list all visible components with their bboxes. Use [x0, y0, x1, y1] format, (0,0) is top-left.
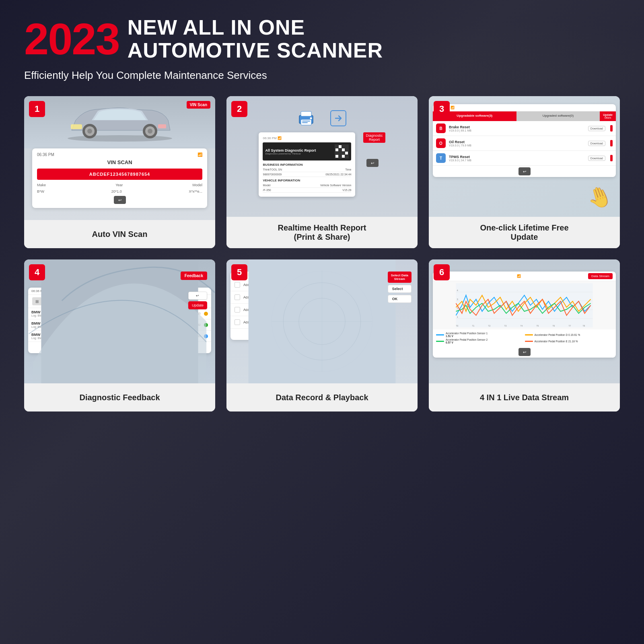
- update-item-tpms: T TPMS Reset V19.9.0 | 34.7 MB Download: [433, 151, 616, 166]
- brake-download-button[interactable]: Download: [588, 126, 605, 131]
- panel-3-screen: 3 02:11 AM 📶 Upgradable software(3) Upgr…: [429, 96, 620, 217]
- svg-rect-8: [158, 124, 166, 128]
- tpms-info: TPMS Reset V19.9.0 | 34.7 MB: [449, 155, 585, 162]
- legend-label-2: Accelerator Pedal Position D 0.19.61 %: [535, 333, 580, 336]
- tool-sn-label: ThinkTOOL SN: [263, 168, 282, 171]
- vehicle-vsw-val: V15.29: [342, 189, 351, 191]
- svg-point-3: [87, 129, 92, 134]
- vin-values-row: B*W 20*1.0 X*x**e...: [37, 189, 202, 193]
- download-indicator-2: [610, 140, 613, 146]
- report-back-button[interactable]: ↩: [366, 159, 379, 167]
- report-document: 06:36 PM 📶 All System Diagnostic Report …: [259, 132, 355, 197]
- tab-upgraded[interactable]: Upgraded software(0): [516, 111, 600, 121]
- printer-icon: [296, 108, 316, 128]
- vehicle-labels-row: Model Vehicle Software Version: [263, 183, 351, 188]
- header: 2023 NEW ALL IN ONE AUTOMOTIVE SCANNER: [24, 16, 620, 62]
- title-line2: AUTOMOTIVE SCANNER: [128, 39, 383, 62]
- year-text: 2023: [24, 17, 119, 61]
- panel-5-number: 5: [231, 264, 247, 280]
- stream-back-button[interactable]: ↩: [518, 348, 531, 356]
- download-indicator-1: [610, 125, 613, 132]
- qr-code: [335, 144, 349, 158]
- legend-item-1: Accelerator Pedal Position Sensor 1 1.51…: [436, 332, 524, 337]
- panel-1-screen: 1: [24, 96, 215, 220]
- panel-5-screen: 5 Select Data Stream Select OK: [226, 259, 418, 383]
- vehicle-info-title: VEHICLE INFORMATION: [263, 179, 351, 182]
- panel-6: 6 06:36 PM 📶 Data Stream: [429, 259, 620, 412]
- panel-5: 5 Select Data Stream Select OK: [226, 259, 418, 412]
- svg-text:T1: T1: [472, 325, 475, 327]
- feedback-btn-update[interactable]: Update: [188, 301, 207, 309]
- panel-2-screen: 2: [226, 96, 418, 217]
- oil-download-button[interactable]: Download: [588, 141, 605, 146]
- panel-4-screen: 4 Feedback ↩ Update 0: [24, 259, 215, 383]
- panel-3: 3 02:11 AM 📶 Upgradable software(3) Upgr…: [429, 96, 620, 248]
- panel-2-label: Realtime Health Report(Print & Share): [226, 217, 418, 248]
- title-block: NEW ALL IN ONE AUTOMOTIVE SCANNER: [128, 16, 383, 62]
- oil-version: V19.0.0 | 79.9 MB: [449, 144, 585, 147]
- feedback-side-buttons: ↩ Update: [188, 292, 207, 309]
- update-ui: 02:11 AM 📶 Upgradable software(3) Upgrad…: [433, 104, 616, 177]
- panel-2-number: 2: [231, 101, 247, 117]
- panel-3-number: 3: [434, 101, 450, 117]
- hand-pointer-icon: 🤚: [584, 182, 615, 213]
- legend-color-3: [436, 341, 444, 342]
- vin-back-button[interactable]: ↩: [114, 196, 126, 204]
- oil-icon: O: [436, 138, 446, 148]
- report-phone-time: 06:36 PM: [263, 136, 276, 140]
- panel-4: 4 Feedback ↩ Update 0: [24, 259, 215, 412]
- vin-info-row: Make Year Model: [37, 183, 202, 187]
- diag-report-badge: Diagnostic Report: [363, 132, 385, 143]
- svg-text:T2: T2: [488, 325, 491, 327]
- report-powered-by: Diagnostics powered by Thinkcar: [265, 152, 316, 155]
- vehicle-model-label: Model: [263, 184, 270, 187]
- vin-scan-badge: VIN Scan: [187, 101, 210, 109]
- stream-chart: 4 3 2 1 T0 T1 T2 T3 T4 T5 T6 T7: [433, 281, 616, 329]
- time-val: 06/25/2021 22:34:44: [325, 173, 351, 176]
- panel-6-label: 4 IN 1 Live Data Stream: [429, 383, 620, 412]
- legend-color-4: [525, 341, 533, 342]
- select-button[interactable]: Select: [388, 285, 412, 293]
- wifi-icon-1: 📶: [198, 152, 202, 157]
- feedback-badge: Feedback: [181, 272, 207, 280]
- feedback-btn-upload[interactable]: ↩: [188, 292, 207, 300]
- share-icon: [328, 108, 348, 128]
- svg-point-6: [148, 129, 152, 134]
- stream-header: 06:36 PM 📶 Data Stream: [433, 272, 616, 281]
- subtitle: Efficiently Help You Complete Maintenanc…: [24, 69, 620, 82]
- svg-text:T6: T6: [553, 325, 555, 327]
- report-title: All System Diagnostic Report: [265, 148, 316, 152]
- tool-sn-val-row: 988970000009 06/25/2021 22:34:44: [263, 172, 351, 177]
- ok-button[interactable]: OK: [388, 295, 412, 303]
- download-indicator-3: [610, 155, 613, 161]
- year-label-small: Year: [115, 183, 123, 187]
- update-speed: Update 0kb/s: [600, 111, 616, 121]
- vehicle-vsw-label: Vehicle Software Version: [320, 184, 351, 187]
- brake-name: Brake Reset: [449, 125, 585, 129]
- legend-item-2: Accelerator Pedal Position D 0.19.61 %: [525, 332, 613, 337]
- tpms-version: V19.9.0 | 34.7 MB: [449, 159, 585, 162]
- stream-wifi: 📶: [517, 274, 521, 278]
- svg-point-0: [68, 135, 172, 142]
- legend-color-1: [436, 334, 444, 335]
- svg-point-14: [310, 117, 312, 119]
- panel-6-screen: 6 06:36 PM 📶 Data Stream: [429, 259, 620, 383]
- panel-5-label: Data Record & Playback: [226, 383, 418, 412]
- vin-scan-title: VIN SCAN: [37, 159, 202, 165]
- update-top-bar: 02:11 AM 📶: [433, 104, 616, 111]
- title-line1: NEW ALL IN ONE: [128, 16, 383, 39]
- data-select-buttons: Select Data Stream Select OK: [388, 272, 412, 303]
- panel-4-label: Diagnostic Feedback: [24, 383, 215, 412]
- vehicle-vals-row: /F-350 V15.29: [263, 188, 351, 193]
- stream-ui: 06:36 PM 📶 Data Stream: [433, 272, 616, 358]
- legend-item-3: Accelerator Pedal Position Sensor 2 0.57…: [436, 338, 524, 344]
- panels-grid: 1: [24, 96, 620, 412]
- update-item-oil: O Oil Reset V19.0.0 | 79.9 MB Download: [433, 136, 616, 151]
- svg-rect-12: [302, 121, 310, 121]
- vin-model: X*x**e...: [189, 189, 202, 193]
- update-back-button[interactable]: ↩: [518, 167, 531, 175]
- legend-label-4: Accelerator Pedal Position E 21.18 %: [535, 340, 578, 343]
- legend-label-1: Accelerator Pedal Position Sensor 1 1.51…: [446, 332, 488, 337]
- legend-color-2: [525, 334, 533, 335]
- tpms-download-button[interactable]: Download: [588, 156, 605, 161]
